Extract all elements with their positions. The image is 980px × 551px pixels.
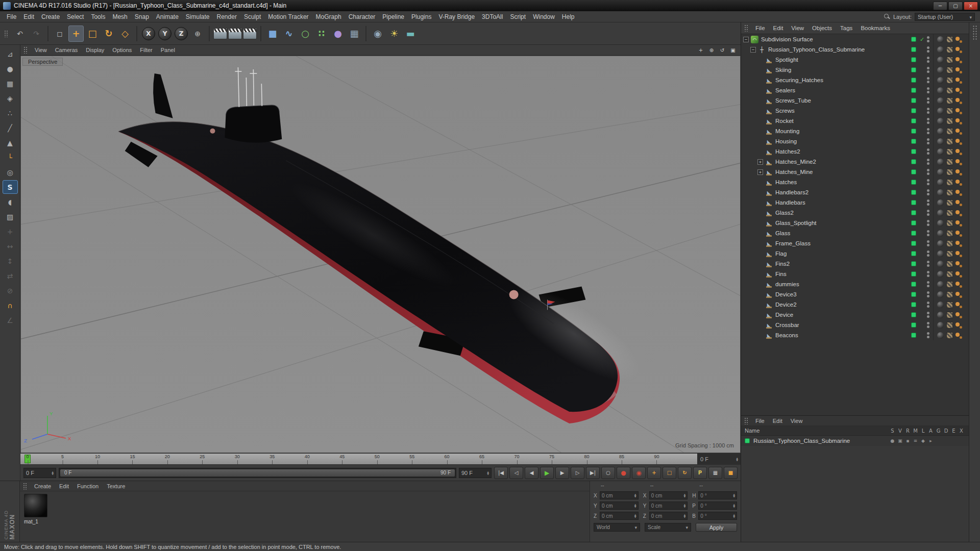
layer-color-chip[interactable]	[911, 149, 916, 154]
layer-color-chip[interactable]	[911, 190, 916, 195]
object-icon[interactable]	[765, 281, 773, 288]
viewport-canvas[interactable]: Y X Z	[21, 56, 740, 453]
end-frame-field[interactable]: 90 F	[459, 468, 492, 478]
object-row[interactable]: Hatches2	[741, 146, 969, 157]
menu-item[interactable]: Simulate	[182, 12, 213, 21]
display-tag-icon[interactable]	[955, 179, 962, 186]
object-name[interactable]: Spotlight	[775, 57, 798, 63]
uv-tag-icon[interactable]	[946, 67, 953, 73]
size-input[interactable]: 0 cm	[649, 502, 688, 510]
search-icon[interactable]	[884, 14, 890, 20]
row-state-icon[interactable]	[958, 438, 965, 443]
workplane-mode-button[interactable]: ◈	[3, 91, 18, 105]
display-tag-icon[interactable]	[955, 199, 962, 206]
display-tag-icon[interactable]	[955, 138, 962, 145]
object-row[interactable]: Handlebars2	[741, 187, 969, 197]
object-icon[interactable]	[765, 332, 773, 339]
display-tag-icon[interactable]	[955, 332, 962, 339]
object-icon[interactable]	[765, 168, 773, 176]
layout-select[interactable]: Startup (User)	[915, 13, 975, 21]
visibility-dots[interactable]	[925, 169, 930, 175]
lower-object-row[interactable]: Russian_Typhoon_Class_Submarine ●▣▪≡◆▸	[741, 436, 969, 446]
uv-tag-icon[interactable]	[946, 302, 953, 308]
uv-tag-icon[interactable]	[946, 199, 953, 206]
layer-color-chip[interactable]	[911, 159, 916, 164]
layer-color-chip[interactable]	[911, 312, 916, 317]
menu-item[interactable]: Edit	[20, 12, 38, 21]
display-tag-icon[interactable]	[955, 57, 962, 63]
uv-tag-icon[interactable]	[946, 118, 953, 124]
position-input[interactable]: 0 cm	[600, 502, 639, 510]
texture-tag-icon[interactable]	[937, 291, 944, 298]
object-icon[interactable]	[765, 230, 773, 237]
visibility-dots[interactable]	[925, 281, 930, 287]
uv-tag-icon[interactable]	[946, 281, 953, 288]
object-name[interactable]: Screws	[775, 108, 795, 114]
viewport[interactable]: Y X Z Perspective Grid Spacing : 1000 cm	[20, 56, 741, 453]
texture-tag-icon[interactable]	[937, 210, 944, 216]
row-state-icon[interactable]: ▪	[904, 438, 912, 443]
display-tag-icon[interactable]	[955, 118, 962, 124]
uv-tag-icon[interactable]	[946, 210, 953, 216]
environment-button[interactable]: ▬	[403, 26, 418, 42]
object-name[interactable]: Hatches_Mine	[775, 169, 813, 175]
object-manager-menu-item[interactable]: View	[787, 24, 808, 32]
object-icon[interactable]	[765, 138, 773, 145]
viewport-menu-item[interactable]: View	[31, 46, 51, 54]
menu-item[interactable]: Script	[506, 12, 529, 21]
layer-color-chip[interactable]	[911, 271, 916, 277]
texture-tag-icon[interactable]	[937, 302, 944, 308]
visibility-dots[interactable]	[925, 199, 930, 206]
object-icon[interactable]	[765, 179, 773, 186]
object-icon[interactable]	[765, 240, 773, 247]
layer-color-chip[interactable]	[911, 139, 916, 144]
subdivision-surface-button[interactable]: ○	[298, 26, 313, 42]
visibility-dots[interactable]	[925, 108, 930, 114]
uv-tag-icon[interactable]	[946, 261, 953, 267]
object-icon[interactable]	[765, 77, 773, 84]
texture-tag-icon[interactable]	[937, 220, 944, 227]
rotation-input[interactable]: 0 °	[698, 502, 737, 510]
size-input[interactable]: 0 cm	[649, 512, 688, 520]
go-to-end-button[interactable]: ▶|	[586, 467, 600, 479]
object-name[interactable]: Screws_Tube	[775, 97, 811, 104]
current-frame-field[interactable]: 0 F	[698, 454, 741, 464]
display-tag-icon[interactable]	[955, 230, 962, 237]
object-name[interactable]: Rocket	[775, 118, 794, 124]
viewport-menu-item[interactable]: Options	[108, 46, 136, 54]
object-name[interactable]: Subdivision Surface	[761, 36, 813, 42]
enable-axis-button[interactable]: └	[3, 151, 18, 164]
menu-item[interactable]: Pipeline	[379, 12, 408, 21]
spinner-icon[interactable]	[634, 514, 636, 518]
object-name[interactable]: Device	[775, 312, 793, 318]
position-input[interactable]: 0 cm	[600, 491, 639, 499]
object-icon[interactable]	[765, 199, 773, 207]
menu-item[interactable]: 3DToAll	[478, 12, 506, 21]
layer-color-chip[interactable]	[911, 333, 916, 338]
menu-item[interactable]: Snap	[131, 12, 153, 21]
row-state-icon[interactable]: ▣	[896, 438, 904, 443]
visibility-dots[interactable]	[925, 159, 930, 165]
object-name[interactable]: Hatches_Mine2	[775, 159, 816, 165]
layer-color-chip[interactable]	[911, 108, 916, 113]
uv-tag-icon[interactable]	[946, 148, 953, 155]
object-icon[interactable]	[765, 117, 773, 125]
layer-color-chip[interactable]	[911, 231, 916, 236]
object-row[interactable]: Mounting	[741, 126, 969, 136]
go-to-next-key-button[interactable]: ▷	[571, 467, 584, 479]
layer-color-chip[interactable]	[911, 200, 916, 205]
object-name[interactable]: Fins2	[775, 261, 790, 267]
menu-item[interactable]: Animate	[153, 12, 182, 21]
v-move-tool-button[interactable]: ↕	[3, 254, 18, 268]
object-icon[interactable]	[765, 87, 773, 94]
disabled-tool-button[interactable]: ⊘	[3, 284, 18, 297]
texture-tag-icon[interactable]	[937, 87, 944, 94]
texture-tag-icon[interactable]	[937, 189, 944, 196]
object-row[interactable]: Flag	[741, 248, 969, 259]
object-name[interactable]: Hatches	[775, 179, 797, 185]
layer-color-chip[interactable]	[911, 98, 916, 103]
layer-color-chip[interactable]	[911, 322, 916, 328]
object-icon[interactable]	[765, 250, 773, 258]
object-row[interactable]: − Russian_Typhoon_Class_Submarine	[741, 44, 969, 55]
display-tag-icon[interactable]	[955, 302, 962, 308]
